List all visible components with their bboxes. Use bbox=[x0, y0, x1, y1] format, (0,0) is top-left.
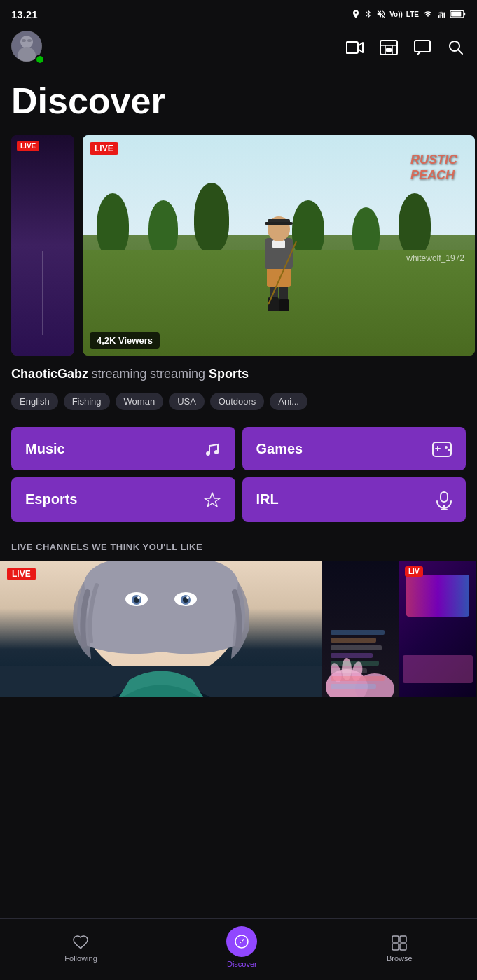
live-channel-anime[interactable]: LIVE bbox=[0, 561, 322, 697]
online-badge bbox=[35, 55, 45, 64]
esports-button[interactable]: Esports bbox=[11, 477, 235, 522]
svg-rect-61 bbox=[400, 936, 406, 942]
svg-rect-20 bbox=[268, 298, 279, 312]
stream-watermark: whitewolf_1972 bbox=[406, 253, 464, 263]
browse-label: Browse bbox=[387, 954, 413, 962]
svg-rect-16 bbox=[415, 41, 430, 52]
svg-point-48 bbox=[137, 596, 140, 599]
search-button[interactable] bbox=[446, 38, 466, 57]
svg-rect-36 bbox=[441, 492, 448, 502]
svg-point-11 bbox=[22, 39, 26, 42]
anime-stream-visual bbox=[0, 561, 322, 697]
bluetooth-icon bbox=[364, 9, 373, 19]
stream-carousel[interactable]: LIVE bbox=[0, 135, 477, 356]
stream-card-left[interactable]: LIVE bbox=[11, 135, 74, 356]
tag-usa[interactable]: USA bbox=[169, 393, 205, 410]
svg-rect-21 bbox=[279, 299, 289, 312]
esports-icon bbox=[203, 490, 221, 509]
lte-label: LTE bbox=[406, 10, 419, 18]
nav-following[interactable]: Following bbox=[50, 926, 111, 968]
user-avatar[interactable] bbox=[11, 31, 45, 64]
svg-rect-14 bbox=[380, 41, 397, 55]
main-stream-card[interactable]: RUSTICPEACH whitewolf_1972 LIVE 4,2K Vie… bbox=[83, 135, 475, 356]
live-channels-row: LIVE bbox=[0, 561, 477, 708]
wifi-icon bbox=[422, 10, 434, 18]
svg-rect-2 bbox=[442, 13, 443, 18]
anime-live-badge: LIVE bbox=[7, 568, 36, 580]
svg-rect-0 bbox=[438, 15, 440, 18]
svg-rect-15 bbox=[386, 48, 392, 52]
live-badge: LIVE bbox=[90, 142, 118, 155]
tag-ani[interactable]: Ani... bbox=[270, 393, 307, 410]
tag-english[interactable]: English bbox=[11, 393, 58, 410]
tag-outdoors[interactable]: Outdoors bbox=[210, 393, 264, 410]
following-icon bbox=[72, 932, 90, 951]
irl-label: IRL bbox=[256, 491, 279, 507]
mute-icon bbox=[376, 9, 386, 19]
stream-info: ChaoticGabz streaming streaming Sports bbox=[0, 356, 477, 387]
stream-category[interactable]: Sports bbox=[209, 367, 249, 381]
status-bar: 13.21 Vo)) LTE bbox=[0, 0, 477, 25]
live-channel-purple[interactable]: LIV bbox=[399, 561, 476, 697]
header-actions bbox=[345, 38, 466, 57]
svg-rect-63 bbox=[400, 944, 406, 950]
games-button[interactable]: Games bbox=[242, 427, 466, 470]
svg-rect-5 bbox=[451, 11, 461, 16]
lte-text: Vo)) bbox=[389, 10, 403, 18]
bottom-nav: Following Discover Browse bbox=[0, 918, 477, 980]
tag-fishing[interactable]: Fishing bbox=[64, 393, 110, 410]
svg-rect-6 bbox=[464, 13, 465, 16]
tag-woman[interactable]: Woman bbox=[116, 393, 164, 410]
following-label: Following bbox=[64, 954, 97, 962]
inbox-button[interactable] bbox=[379, 38, 399, 57]
svg-point-29 bbox=[206, 451, 210, 456]
games-label: Games bbox=[256, 441, 303, 457]
person-figure bbox=[254, 214, 303, 312]
streaming-text: streaming bbox=[150, 367, 209, 381]
svg-rect-1 bbox=[441, 15, 442, 18]
category-buttons: Music Games Espo bbox=[0, 421, 477, 536]
svg-point-59 bbox=[241, 940, 243, 942]
discover-label: Discover bbox=[227, 960, 257, 968]
app-header bbox=[0, 25, 477, 70]
svg-point-30 bbox=[214, 450, 219, 454]
browse-icon bbox=[391, 932, 408, 951]
viewers-badge: 4,2K Viewers bbox=[90, 332, 160, 349]
streaming-label: streaming bbox=[91, 367, 146, 381]
svg-rect-33 bbox=[437, 446, 438, 451]
svg-rect-27 bbox=[265, 222, 293, 225]
purple-live-badge: LIV bbox=[405, 566, 423, 577]
side-live-badge-left: LIVE bbox=[17, 141, 39, 151]
svg-point-52 bbox=[186, 596, 189, 599]
svg-point-34 bbox=[445, 446, 448, 449]
status-time: 13.21 bbox=[11, 8, 38, 20]
svg-rect-3 bbox=[444, 13, 445, 18]
music-label: Music bbox=[25, 441, 65, 457]
live-channels-header: LIVE CHANNELS WE THINK YOU'LL LIKE bbox=[0, 536, 477, 561]
tags-row: English Fishing Woman USA Outdoors Ani..… bbox=[0, 387, 477, 421]
status-icons: Vo)) LTE bbox=[351, 9, 466, 19]
svg-point-12 bbox=[27, 39, 32, 42]
page-title: Discover bbox=[11, 81, 466, 121]
games-icon bbox=[432, 440, 452, 458]
svg-point-8 bbox=[20, 36, 33, 48]
stream-sign: RUSTICPEACH bbox=[410, 153, 457, 183]
live-channel-chat[interactable] bbox=[322, 561, 399, 697]
chat-button[interactable] bbox=[413, 38, 432, 57]
irl-icon bbox=[436, 490, 452, 509]
page-title-section: Discover bbox=[0, 70, 477, 135]
video-button[interactable] bbox=[345, 38, 365, 57]
music-button[interactable]: Music bbox=[11, 427, 235, 470]
channel-name[interactable]: ChaoticGabz bbox=[11, 367, 88, 381]
battery-icon bbox=[450, 10, 466, 18]
alarm-icon bbox=[351, 9, 361, 19]
svg-point-35 bbox=[448, 449, 450, 451]
esports-label: Esports bbox=[25, 491, 77, 507]
nav-discover[interactable]: Discover bbox=[212, 920, 271, 974]
irl-button[interactable]: IRL bbox=[242, 477, 466, 522]
svg-rect-60 bbox=[392, 936, 399, 942]
discover-icon-btn[interactable] bbox=[226, 926, 257, 957]
signal-icon bbox=[437, 10, 447, 18]
nav-browse[interactable]: Browse bbox=[373, 926, 427, 968]
music-icon bbox=[203, 440, 221, 458]
